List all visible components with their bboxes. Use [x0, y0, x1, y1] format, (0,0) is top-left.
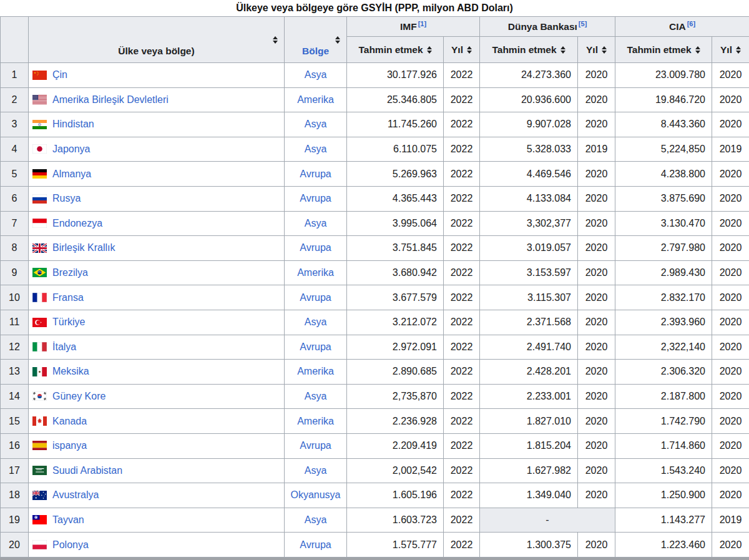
region-link[interactable]: Avrupa [300, 440, 331, 451]
imf-year-cell: 2022 [444, 335, 480, 360]
flag-icon-sa [32, 466, 47, 475]
region-column-header[interactable]: Bölge [285, 17, 347, 63]
rank-cell: 11 [1, 310, 29, 335]
worldbank-year-cell: 2020 [578, 360, 615, 385]
region-link[interactable]: Asya [305, 514, 327, 525]
cia-estimate-cell: 1.223.460 [615, 533, 712, 558]
imf-year-cell: 2022 [444, 384, 480, 409]
sort-icon [602, 46, 607, 54]
flag-icon-fr [32, 293, 47, 302]
cia-group-header: CIA[6] [615, 17, 749, 37]
worldbank-year-cell: 2019 [578, 137, 615, 162]
country-link[interactable]: Endonezya [52, 218, 102, 228]
imf-year-header[interactable]: Yıl [444, 37, 480, 63]
region-link[interactable]: Asya [305, 144, 327, 154]
country-link[interactable]: Amerika Birleşik Devletleri [52, 94, 169, 105]
gdp-ppp-page: Ülkeye veya bölgeye göre GSYİH (PPP, mil… [0, 0, 749, 560]
region-link[interactable]: Asya [305, 119, 327, 129]
imf-year-cell: 2022 [444, 63, 480, 88]
flag-icon-in [32, 120, 47, 129]
imf-estimate-header[interactable]: Tahmin etmek [347, 37, 444, 63]
worldbank-estimate-cell: 1.827.010 [480, 409, 578, 434]
worldbank-ref-link[interactable]: [5] [579, 20, 587, 27]
region-link[interactable]: Amerika [297, 416, 334, 426]
region-link[interactable]: Avrupa [300, 341, 331, 352]
country-cell: İtalya [29, 335, 285, 360]
sort-icon [335, 36, 340, 44]
country-link[interactable]: İtalya [52, 341, 76, 352]
flag-icon-ru [32, 194, 47, 204]
imf-year-cell: 2022 [444, 260, 480, 285]
country-link[interactable]: Fransa [52, 292, 84, 303]
region-link[interactable]: Avrupa [300, 169, 331, 179]
rank-cell: 5 [1, 162, 29, 187]
region-link[interactable]: Asya [305, 465, 327, 476]
region-link[interactable]: Asya [305, 391, 327, 401]
table-row: 3HindistanAsya11.745.26020229.907.028202… [1, 112, 749, 137]
worldbank-estimate-cell: 4.133.084 [480, 186, 578, 211]
cia-year-header[interactable]: Yıl [712, 37, 749, 63]
imf-year-cell: 2022 [444, 137, 480, 162]
country-cell: Meksika [29, 360, 285, 385]
region-link[interactable]: Avrupa [300, 193, 331, 204]
region-link[interactable]: Asya [305, 69, 327, 80]
country-link[interactable]: Güney Kore [52, 391, 105, 401]
country-link[interactable]: Kanada [52, 416, 87, 426]
country-link[interactable]: Birleşik Krallık [52, 242, 115, 253]
region-link[interactable]: Avrupa [300, 242, 331, 253]
country-link[interactable]: Tayvan [52, 514, 84, 525]
worldbank-estimate-header[interactable]: Tahmin etmek [480, 37, 578, 63]
rank-cell: 17 [1, 458, 29, 483]
region-link[interactable]: Avrupa [300, 539, 331, 550]
worldbank-estimate-cell: 9.907.028 [480, 112, 578, 137]
imf-estimate-cell: 2.236.928 [347, 409, 444, 434]
country-cell: Japonya [29, 137, 285, 162]
table-row: 8 Birleşik KrallıkAvrupa3.751.84520223.0… [1, 236, 749, 261]
country-link[interactable]: Brezilya [52, 267, 88, 278]
country-column-header[interactable]: Ülke veya bölge) [29, 17, 285, 63]
country-link[interactable]: Meksika [52, 366, 89, 376]
cia-year-cell: 2020 [712, 186, 749, 211]
region-cell: Avrupa [285, 433, 347, 458]
region-link[interactable]: Avrupa [300, 292, 331, 303]
country-link[interactable]: Çin [52, 69, 67, 80]
imf-group-header: IMF[1] [347, 17, 480, 37]
country-link[interactable]: Japonya [52, 144, 91, 154]
region-link[interactable]: Asya [305, 218, 327, 228]
cia-ref-link[interactable]: [6] [687, 20, 695, 27]
country-link[interactable]: Suudi Arabistan [52, 465, 122, 476]
imf-ref-link[interactable]: [1] [418, 20, 426, 27]
region-link[interactable]: Asya [305, 317, 327, 327]
corner-cell [1, 17, 29, 63]
sort-icon [561, 46, 565, 54]
country-link[interactable]: Türkiye [52, 317, 85, 327]
worldbank-year-cell: 2020 [578, 310, 615, 335]
region-link[interactable]: Amerika [297, 366, 334, 376]
table-row: 6RusyaAvrupa4.365.44320224.133.08420203.… [1, 186, 749, 211]
region-link[interactable]: Amerika [297, 267, 334, 278]
worldbank-year-cell: 2020 [578, 285, 615, 310]
region-header-link[interactable]: Bölge [302, 46, 329, 56]
country-link[interactable]: Polonya [52, 539, 89, 550]
worldbank-year-header[interactable]: Yıl [578, 37, 615, 63]
imf-estimate-cell: 2.209.419 [347, 433, 444, 458]
worldbank-estimate-cell: 3.115.307 [480, 285, 578, 310]
rank-cell: 6 [1, 186, 29, 211]
country-link[interactable]: Avustralya [52, 489, 99, 500]
cia-year-cell: 2020 [712, 285, 749, 310]
region-link[interactable]: Amerika [297, 94, 334, 105]
cia-year-cell: 2020 [712, 162, 749, 187]
imf-estimate-cell: 1.575.777 [347, 533, 444, 558]
flag-icon-tw [32, 515, 47, 524]
region-cell: Asya [285, 310, 347, 335]
imf-year-cell: 2022 [444, 433, 480, 458]
cia-estimate-cell: 4.238.800 [615, 162, 712, 187]
region-link[interactable]: Okyanusya [290, 489, 340, 500]
country-link[interactable]: Almanya [52, 169, 91, 179]
country-link[interactable]: Rusya [52, 193, 81, 204]
country-link[interactable]: ispanya [52, 440, 87, 451]
cia-estimate-header[interactable]: Tahmin etmek [615, 37, 712, 63]
country-link[interactable]: Hindistan [52, 119, 94, 129]
worldbank-estimate-cell: 3.153.597 [480, 260, 578, 285]
flag-icon-jp [32, 144, 47, 154]
